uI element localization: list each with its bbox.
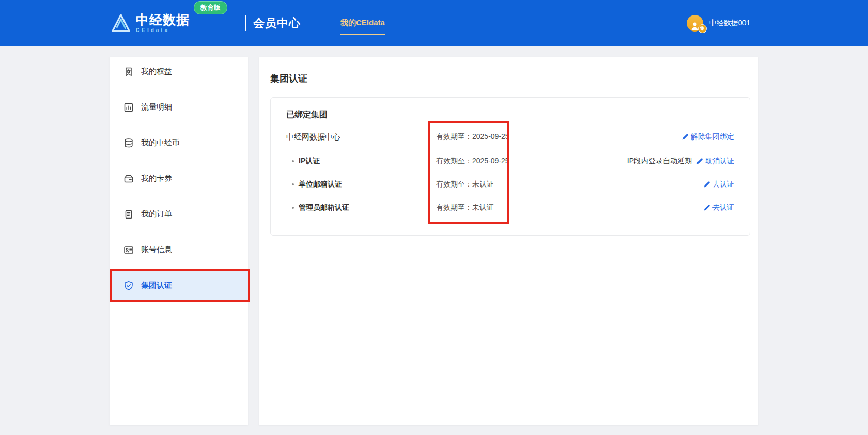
edition-badge: 教育版: [194, 1, 227, 14]
sidebar-item-coupons[interactable]: 我的卡券: [110, 164, 248, 193]
bookmark-star-icon: [123, 66, 134, 77]
coupon-icon: [123, 173, 134, 184]
auth-row-org-email: 单位邮箱认证 有效期至：未认证 去认证: [286, 173, 734, 196]
go-certify-link[interactable]: 去认证: [703, 180, 734, 189]
auth-row-ip: IP认证 有效期至：2025-09-25 IP段内登录自动延期 取消认证: [286, 149, 734, 173]
sidebar-item-orders[interactable]: 我的订单: [110, 199, 248, 229]
order-list-icon: [123, 209, 134, 220]
cancel-certification-label: 取消认证: [705, 157, 734, 166]
logo[interactable]: 中经数据 CEIdata: [110, 12, 190, 34]
unbind-group-label: 解除集团绑定: [691, 132, 734, 142]
logo-text: 中经数据 CEIdata: [136, 13, 190, 33]
tab-my-ceidata[interactable]: 我的CEIdata: [340, 18, 385, 35]
auth-label: 单位邮箱认证: [286, 180, 436, 189]
auth-validity: 有效期至：2025-09-25: [436, 157, 627, 166]
sidebar-item-label: 我的权益: [141, 67, 172, 76]
bullet-icon: [292, 183, 294, 185]
group-row: 中经网数据中心 有效期至：2025-09-25 解除集团绑定: [286, 125, 734, 149]
edit-pencil-icon: [703, 181, 710, 188]
go-certify-label: 去认证: [712, 180, 734, 189]
bullet-icon: [292, 207, 294, 209]
sidebar-item-label: 我的订单: [141, 209, 172, 219]
sidebar-item-coins[interactable]: 我的中经币: [110, 128, 248, 158]
cancel-certification-link[interactable]: 取消认证: [696, 157, 734, 166]
group-validity: 有效期至：2025-09-25: [436, 132, 681, 142]
auto-renew-note: IP段内登录自动延期: [627, 157, 692, 166]
header-divider: [245, 15, 246, 31]
bullet-icon: [292, 160, 294, 162]
page-title: 集团认证: [259, 57, 758, 85]
logo-title: 中经数据: [136, 13, 190, 26]
logo-icon: [110, 12, 132, 34]
edit-pencil-icon: [696, 158, 703, 165]
portal-title: 会员中心: [253, 15, 301, 31]
group-name: 中经网数据中心: [286, 132, 436, 142]
bar-chart-icon: [123, 102, 134, 113]
auth-label: IP认证: [286, 157, 436, 166]
bound-group-card: 已绑定集团 中经网数据中心 有效期至：2025-09-25 解除集团绑定 IP认…: [270, 97, 750, 236]
sidebar: 我的权益 流量明细 我的中经币 我的卡券 我的订单: [110, 57, 248, 425]
user-menu[interactable]: 集 中经数据001: [687, 15, 750, 32]
auth-row-admin-email: 管理员邮箱认证 有效期至：未认证 去认证: [286, 196, 734, 219]
user-name: 中经数据001: [709, 19, 750, 28]
edit-pencil-icon: [703, 204, 710, 211]
edit-pencil-icon: [681, 133, 689, 141]
go-certify-label: 去认证: [712, 203, 734, 212]
id-card-icon: [123, 244, 134, 256]
sidebar-item-account[interactable]: 账号信息: [110, 235, 248, 265]
shield-check-icon: [123, 280, 134, 291]
sidebar-item-label: 我的卡券: [141, 174, 172, 183]
sidebar-item-traffic[interactable]: 流量明细: [110, 92, 248, 122]
logo-subtitle: CEIdata: [136, 28, 190, 33]
group-badge: 集: [698, 24, 707, 33]
sidebar-item-label: 集团认证: [141, 281, 172, 290]
auth-label: 管理员邮箱认证: [286, 203, 436, 212]
avatar[interactable]: 集: [687, 15, 703, 32]
sidebar-item-group-certification[interactable]: 集团认证: [110, 271, 248, 300]
app-header: 中经数据 CEIdata 教育版 会员中心 我的CEIdata 集 中经数据00…: [0, 0, 868, 46]
sidebar-item-rights[interactable]: 我的权益: [110, 57, 248, 86]
sidebar-item-label: 流量明细: [141, 102, 172, 112]
card-title: 已绑定集团: [286, 98, 734, 120]
main-content: 集团认证 已绑定集团 中经网数据中心 有效期至：2025-09-25 解除集团绑…: [259, 57, 758, 425]
coins-icon: [123, 137, 134, 149]
auth-validity: 有效期至：未认证: [436, 180, 703, 189]
go-certify-link[interactable]: 去认证: [703, 203, 734, 212]
unbind-group-link[interactable]: 解除集团绑定: [681, 132, 734, 142]
sidebar-item-label: 账号信息: [141, 245, 172, 255]
sidebar-item-label: 我的中经币: [141, 138, 180, 148]
auth-validity: 有效期至：未认证: [436, 203, 703, 212]
